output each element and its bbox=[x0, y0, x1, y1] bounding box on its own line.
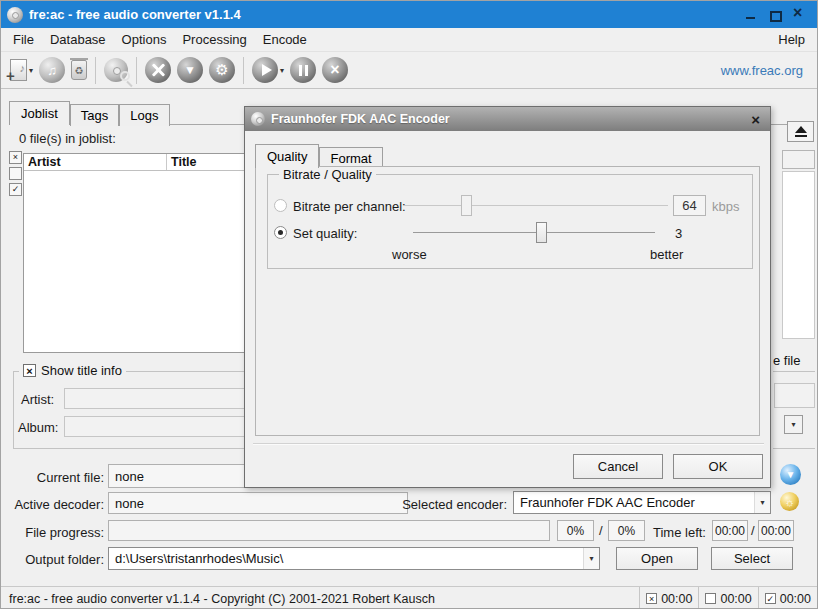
add-audio-cd-button[interactable]: ♫ bbox=[36, 54, 68, 86]
set-quality-radio[interactable] bbox=[274, 226, 287, 239]
stop-conversion-button[interactable]: × bbox=[319, 54, 351, 86]
tools-icon bbox=[145, 57, 171, 83]
select-button[interactable]: Select bbox=[711, 547, 793, 570]
eject-icon bbox=[795, 126, 807, 133]
dialog-close-icon[interactable]: × bbox=[747, 111, 764, 128]
dialog-titlebar: Fraunhofer FDK AAC Encoder × bbox=[245, 107, 770, 131]
bitrate-slider[interactable] bbox=[403, 195, 668, 216]
start-conversion-button[interactable]: ▾ bbox=[249, 54, 287, 86]
right-panel-field-2[interactable] bbox=[774, 383, 815, 408]
timer-panel-2: 00:00 bbox=[698, 587, 757, 609]
timer-panel-3: ✓ 00:00 bbox=[758, 587, 817, 609]
scale-worse-label: worse bbox=[392, 247, 427, 262]
pause-conversion-button[interactable] bbox=[287, 54, 319, 86]
timer-check-icon: ✓ bbox=[765, 593, 776, 604]
menu-file[interactable]: File bbox=[5, 29, 42, 50]
bitrate-label: Bitrate per channel: bbox=[293, 199, 406, 214]
show-title-info[interactable]: × Show title info bbox=[19, 363, 126, 378]
close-icon[interactable] bbox=[793, 9, 805, 21]
bitrate-slider-thumb[interactable] bbox=[461, 195, 472, 216]
window-controls bbox=[745, 9, 811, 21]
gear-icon: ⚙ bbox=[209, 57, 235, 83]
bitrate-radio[interactable] bbox=[274, 199, 287, 212]
bitrate-unit: kbps bbox=[712, 199, 739, 214]
tab-quality[interactable]: Quality bbox=[255, 144, 319, 168]
selected-encoder-label: Selected encoder: bbox=[381, 497, 507, 512]
tab-logs[interactable]: Logs bbox=[119, 104, 169, 126]
remove-all-button[interactable]: ♻ bbox=[68, 54, 90, 86]
eject-button[interactable] bbox=[787, 121, 814, 142]
menu-database[interactable]: Database bbox=[42, 29, 114, 50]
cd-search-icon bbox=[104, 58, 128, 82]
progress-percent-b: 0% bbox=[608, 520, 645, 541]
joblist-count: 0 file(s) in joblist: bbox=[19, 131, 116, 146]
funnel-icon: ▼ bbox=[177, 57, 203, 83]
tab-tags[interactable]: Tags bbox=[70, 104, 119, 126]
add-files-dropdown-icon[interactable]: ▾ bbox=[29, 66, 33, 75]
bitrate-quality-group-label: Bitrate / Quality bbox=[279, 167, 376, 182]
selected-encoder-value: Fraunhofer FDK AAC Encoder bbox=[520, 495, 754, 510]
bitrate-value[interactable]: 64 bbox=[673, 195, 706, 216]
menu-options[interactable]: Options bbox=[114, 29, 175, 50]
right-panel-list[interactable] bbox=[782, 171, 815, 339]
encoder-dropdown-icon[interactable]: ▾ bbox=[754, 492, 770, 513]
right-panel-field[interactable] bbox=[782, 150, 815, 169]
output-folder-path: d:\Users\tristanrhodes\Music\ bbox=[115, 551, 583, 566]
quality-slider[interactable] bbox=[413, 222, 655, 243]
play-icon bbox=[252, 57, 278, 83]
pause-icon bbox=[290, 57, 316, 83]
toolbar-separator bbox=[95, 57, 96, 84]
toolbar-separator bbox=[243, 57, 244, 84]
output-folder-dropdown-icon[interactable]: ▾ bbox=[583, 548, 599, 569]
start-dropdown-icon[interactable]: ▾ bbox=[280, 66, 284, 75]
current-file-label: Current file: bbox=[1, 470, 104, 485]
select-toggle-button[interactable]: ✓ bbox=[9, 183, 22, 196]
freac-website-link[interactable]: www.freac.org bbox=[721, 63, 811, 78]
encoder-settings-icon[interactable]: ☼ bbox=[780, 492, 799, 511]
app-window: fre:ac - free audio converter v1.1.4 Fil… bbox=[0, 0, 818, 609]
audio-cd-icon: ♫ bbox=[39, 57, 65, 83]
status-text: fre:ac - free audio converter v1.1.4 - C… bbox=[1, 592, 639, 606]
window-title: fre:ac - free audio converter v1.1.4 bbox=[29, 7, 241, 22]
configure-button[interactable]: ⚙ bbox=[206, 54, 238, 86]
general-settings-button[interactable] bbox=[142, 54, 174, 86]
file-progress-label: File progress: bbox=[1, 525, 104, 540]
processing-button[interactable]: ▼ bbox=[174, 54, 206, 86]
time-left-b: 00:00 bbox=[758, 520, 794, 541]
select-empty-button[interactable] bbox=[9, 167, 22, 180]
tab-joblist[interactable]: Joblist bbox=[9, 101, 70, 125]
select-none-button[interactable]: × bbox=[9, 151, 22, 164]
output-folder-combo[interactable]: d:\Users\tristanrhodes\Music\ ▾ bbox=[108, 547, 600, 570]
maximize-icon[interactable] bbox=[769, 9, 781, 21]
processing-indicator-icon[interactable]: ▼ bbox=[780, 464, 801, 485]
timer-panel-1: × 00:00 bbox=[639, 587, 698, 609]
active-decoder-label: Active decoder: bbox=[1, 497, 104, 512]
minimize-icon[interactable] bbox=[745, 9, 757, 21]
scale-better-label: better bbox=[650, 247, 683, 262]
open-button[interactable]: Open bbox=[616, 547, 698, 570]
right-panel-dropdown-icon[interactable]: ▾ bbox=[784, 415, 803, 434]
show-title-info-checkbox[interactable]: × bbox=[23, 364, 36, 377]
stop-icon: × bbox=[322, 57, 348, 83]
clipped-checkbox-label: e file bbox=[773, 353, 800, 368]
file-progress-bar bbox=[108, 520, 550, 541]
cancel-button[interactable]: Cancel bbox=[573, 454, 663, 479]
column-artist[interactable]: Artist bbox=[24, 154, 167, 170]
toolbar: ♪+ ▾ ♫ ♻ ▼ ⚙ ▾ × bbox=[1, 52, 817, 89]
menu-encode[interactable]: Encode bbox=[255, 29, 315, 50]
quality-value: 3 bbox=[675, 226, 682, 241]
ok-button[interactable]: OK bbox=[673, 454, 763, 479]
selected-encoder-combo[interactable]: Fraunhofer FDK AAC Encoder ▾ bbox=[513, 491, 771, 514]
menu-bar: File Database Options Processing Encode … bbox=[1, 28, 817, 52]
menu-help[interactable]: Help bbox=[770, 29, 813, 50]
quality-slider-thumb[interactable] bbox=[536, 222, 547, 243]
progress-percent-a: 0% bbox=[557, 520, 594, 541]
dialog-icon bbox=[251, 112, 265, 126]
encoder-dialog: Fraunhofer FDK AAC Encoder × QualityForm… bbox=[244, 106, 771, 488]
cddb-query-button[interactable] bbox=[101, 54, 131, 86]
dialog-title: Fraunhofer FDK AAC Encoder bbox=[271, 112, 450, 126]
menu-processing[interactable]: Processing bbox=[174, 29, 254, 50]
add-files-button[interactable]: ♪+ ▾ bbox=[7, 54, 36, 86]
active-decoder-value: none bbox=[108, 492, 408, 514]
album-label: Album: bbox=[18, 420, 58, 435]
